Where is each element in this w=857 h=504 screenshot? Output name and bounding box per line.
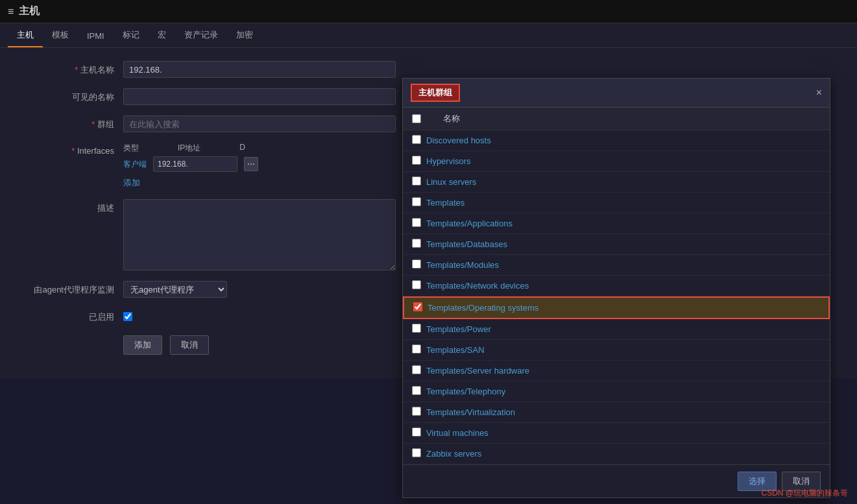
checkbox-templates-databases[interactable]	[412, 239, 421, 248]
add-interface-link[interactable]: 添加	[123, 178, 140, 187]
checkbox-templates-san[interactable]	[412, 344, 421, 354]
group-label-templates-databases: Templates/Databases	[426, 239, 821, 249]
interface-item: 客户端 ⋯	[123, 156, 258, 172]
interfaces-label: * Interfaces	[19, 143, 123, 156]
checkbox-templates[interactable]	[412, 197, 421, 206]
group-item-templates-network-devices[interactable]: Templates/Network devices	[403, 276, 830, 296]
check-cell	[412, 365, 426, 376]
tab-templates[interactable]: 模板	[43, 24, 78, 47]
group-item-templates-applications[interactable]: Templates/Applications	[403, 213, 830, 234]
interfaces-section: 类型 IP地址 D 客户端 ⋯ 添加	[123, 143, 258, 189]
hostname-input[interactable]	[123, 61, 396, 78]
groups-search-input[interactable]	[123, 115, 396, 132]
group-item-templates-databases[interactable]: Templates/Databases	[403, 234, 830, 255]
checkbox-templates-virtualization[interactable]	[412, 407, 421, 416]
enabled-label: 已启用	[19, 308, 123, 323]
menu-icon[interactable]: ≡	[8, 6, 14, 18]
group-label-templates-telephony: Templates/Telephony	[426, 387, 821, 396]
check-cell	[412, 344, 426, 355]
checkbox-zabbix-servers[interactable]	[412, 448, 421, 457]
checkbox-templates-telephony[interactable]	[412, 386, 421, 395]
checkbox-templates-os[interactable]	[413, 302, 422, 311]
select-all-checkbox[interactable]	[412, 114, 421, 123]
group-label-templates-virtualization: Templates/Virtualization	[426, 407, 821, 417]
check-cell	[412, 427, 426, 438]
tab-encrypt[interactable]: 加密	[227, 24, 262, 47]
agent-label: 由agent代理程序监测	[19, 281, 123, 296]
interface-action-btn[interactable]: ⋯	[244, 157, 258, 171]
checkbox-templates-server-hardware[interactable]	[412, 365, 421, 374]
group-label-templates: Templates	[426, 198, 821, 208]
visible-name-input[interactable]	[123, 88, 396, 105]
cancel-button[interactable]: 取消	[170, 335, 209, 355]
interface-type-label: 客户端	[123, 159, 147, 170]
add-interface-link-wrapper: 添加	[123, 177, 258, 189]
checkbox-templates-power[interactable]	[412, 324, 421, 333]
group-item-templates-san[interactable]: Templates/SAN	[403, 340, 830, 361]
group-item-templates-virtualization[interactable]: Templates/Virtualization	[403, 402, 830, 423]
checkbox-linux-servers[interactable]	[412, 176, 421, 186]
checkbox-templates-network-devices[interactable]	[412, 280, 421, 289]
col-type-label: 类型	[123, 143, 139, 154]
group-label-templates-san: Templates/SAN	[426, 345, 821, 355]
modal-header: 主机群组 ×	[403, 78, 830, 108]
describe-label: 描述	[19, 199, 123, 214]
agent-select[interactable]: 无agent代理程序	[123, 281, 227, 298]
describe-textarea[interactable]	[123, 199, 396, 270]
tab-tags[interactable]: 标记	[114, 24, 149, 47]
col-d-label: D	[239, 143, 245, 154]
group-label-templates-network-devices: Templates/Network devices	[426, 281, 821, 291]
tab-macros[interactable]: 宏	[149, 24, 175, 47]
group-item-templates-telephony[interactable]: Templates/Telephony	[403, 381, 830, 402]
group-item-linux-servers[interactable]: Linux servers	[403, 172, 830, 193]
checkbox-hypervisors[interactable]	[412, 156, 421, 165]
check-cell	[412, 176, 426, 187]
form-buttons: 添加 取消	[123, 335, 209, 355]
checkbox-templates-modules[interactable]	[412, 259, 421, 269]
form-buttons-spacer	[19, 335, 123, 339]
group-item-virtual-machines[interactable]: Virtual machines	[403, 423, 830, 444]
tab-hosts[interactable]: 主机	[8, 24, 43, 47]
group-item-hypervisors[interactable]: Hypervisors	[403, 151, 830, 172]
group-item-templates-os[interactable]: Templates/Operating systems	[403, 296, 830, 319]
group-label-templates-power: Templates/Power	[426, 324, 821, 334]
add-button[interactable]: 添加	[123, 335, 162, 355]
tab-ipmi[interactable]: IPMI	[78, 26, 114, 47]
check-cell	[412, 218, 426, 229]
group-item-discovered-hosts[interactable]: Discovered hosts	[403, 130, 830, 151]
group-label-discovered-hosts: Discovered hosts	[426, 136, 821, 145]
group-label-templates-modules: Templates/Modules	[426, 260, 821, 270]
check-cell	[412, 197, 426, 208]
nav-tabs: 主机 模板 IPMI 标记 宏 资产记录 加密	[0, 23, 857, 48]
group-item-templates-modules[interactable]: Templates/Modules	[403, 255, 830, 276]
host-group-modal: 主机群组 × 名称 Discovered hosts Hypervisors L…	[402, 78, 830, 498]
check-cell	[412, 324, 426, 335]
group-list-header: 名称	[403, 108, 830, 130]
group-item-templates-power[interactable]: Templates/Power	[403, 319, 830, 340]
checkbox-templates-applications[interactable]	[412, 218, 421, 227]
visible-name-label: 可见的名称	[19, 88, 123, 103]
modal-close-button[interactable]: ×	[816, 88, 822, 98]
group-label-zabbix-servers: Zabbix servers	[426, 449, 821, 459]
checkbox-discovered-hosts[interactable]	[412, 135, 421, 144]
group-item-templates-server-hardware[interactable]: Templates/Server hardware	[403, 361, 830, 381]
check-cell	[412, 448, 426, 459]
check-cell	[412, 135, 426, 146]
interface-ip-input[interactable]	[153, 156, 237, 172]
group-label-linux-servers: Linux servers	[426, 177, 821, 187]
check-cell	[412, 239, 426, 250]
tab-asset[interactable]: 资产记录	[175, 24, 227, 47]
col-ip-label: IP地址	[178, 143, 200, 154]
hostname-row: * 主机名称	[19, 61, 838, 78]
enabled-checkbox[interactable]	[123, 312, 132, 321]
watermark: CSDN @玩电脑的辣条哥	[761, 488, 848, 499]
group-item-zabbix-servers[interactable]: Zabbix servers	[403, 444, 830, 464]
group-label-virtual-machines: Virtual machines	[426, 428, 821, 438]
group-item-templates[interactable]: Templates	[403, 193, 830, 213]
check-cell	[412, 259, 426, 270]
group-label-templates-os: Templates/Operating systems	[428, 303, 819, 313]
interfaces-header: 类型 IP地址 D	[123, 143, 258, 154]
checkbox-virtual-machines[interactable]	[412, 427, 421, 437]
check-cell	[412, 156, 426, 167]
group-label-templates-applications: Templates/Applications	[426, 219, 821, 228]
